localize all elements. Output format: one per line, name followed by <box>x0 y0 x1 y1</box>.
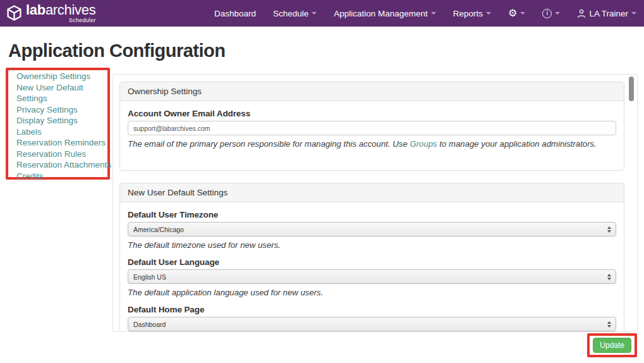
sidebar-item-new-user-default-settings[interactable]: New User Default Settings <box>16 82 91 104</box>
panel-header: Ownership Settings <box>120 82 624 101</box>
brand-name: labarchives <box>26 3 95 17</box>
nav-reports[interactable]: Reports <box>453 9 491 18</box>
sidebar-item-display-settings[interactable]: Display Settings <box>16 115 107 126</box>
default-home-page-label: Default Home Page <box>128 305 616 314</box>
default-user-timezone-label: Default User Timezone <box>128 210 616 219</box>
account-owner-email-input[interactable] <box>128 121 616 135</box>
default-home-page-select[interactable]: Dashboard <box>128 317 616 331</box>
select-updown-icon <box>607 226 611 233</box>
nav-dashboard[interactable]: Dashboard <box>214 9 256 18</box>
gear-icon: ⚙ <box>508 8 517 18</box>
cube-logo-icon <box>6 5 22 21</box>
top-navbar: labarchives Scheduler Dashboard Schedule… <box>0 0 644 27</box>
default-user-timezone-select[interactable]: America/Chicago <box>128 222 616 237</box>
brand-logo[interactable]: labarchives Scheduler <box>6 3 95 23</box>
default-user-timezone-help: The default timezone used for new users. <box>128 240 616 250</box>
sidebar-item-privacy-settings[interactable]: Privacy Settings <box>16 104 107 116</box>
chevron-down-icon <box>486 12 491 15</box>
chevron-down-icon <box>555 12 560 15</box>
sidebar-item-reservation-attachments[interactable]: Reservation Attachments <box>16 159 107 171</box>
sidebar-item-ownership-settings[interactable]: Ownership Settings <box>16 71 107 82</box>
main-nav: Dashboard Schedule Application Managemen… <box>214 8 636 18</box>
nav-schedule[interactable]: Schedule <box>273 9 317 18</box>
panel-header: New User Default Settings <box>120 183 624 202</box>
ownership-settings-panel: Ownership Settings Account Owner Email A… <box>119 82 624 171</box>
nav-settings-menu[interactable]: ⚙ <box>508 8 525 18</box>
update-highlight-box: Update <box>587 333 637 357</box>
account-owner-email-help: The email of the primary person responsi… <box>128 138 616 149</box>
sidebar-item-credits[interactable]: Credits <box>16 171 107 182</box>
user-name-label: LA Trainer <box>589 9 628 18</box>
select-updown-icon <box>607 274 611 280</box>
chevron-down-icon <box>631 12 636 15</box>
sidebar-item-labels[interactable]: Labels <box>16 126 107 138</box>
select-updown-icon <box>607 321 611 328</box>
new-user-default-settings-panel: New User Default Settings Default User T… <box>119 183 624 332</box>
brand-subtitle: Scheduler <box>26 18 95 23</box>
nav-application-management[interactable]: Application Management <box>334 9 436 18</box>
chevron-down-icon <box>431 12 436 15</box>
default-user-language-label: Default User Language <box>128 257 616 267</box>
default-user-language-help: The default application language used fo… <box>128 287 616 298</box>
nav-user-menu[interactable]: LA Trainer <box>577 9 636 18</box>
person-icon <box>577 9 586 18</box>
chevron-down-icon <box>520 12 525 15</box>
groups-link[interactable]: Groups <box>410 139 437 149</box>
sidebar-item-reservation-reminders[interactable]: Reservation Reminders <box>16 137 107 149</box>
scrollbar-thumb[interactable] <box>629 77 634 101</box>
nav-info-menu[interactable]: i <box>542 9 560 18</box>
page-title: Application Configuration <box>8 40 226 61</box>
default-user-language-select[interactable]: English US <box>128 269 616 284</box>
chevron-down-icon <box>312 12 317 15</box>
info-icon: i <box>542 9 552 18</box>
sidebar-highlight-box: Ownership Settings New User Default Sett… <box>6 68 110 180</box>
account-owner-email-label: Account Owner Email Address <box>128 109 616 118</box>
settings-scroll-area: Ownership Settings Account Owner Email A… <box>112 74 638 332</box>
update-button[interactable]: Update <box>593 338 631 353</box>
sidebar-item-reservation-rules[interactable]: Reservation Rules <box>16 149 107 160</box>
